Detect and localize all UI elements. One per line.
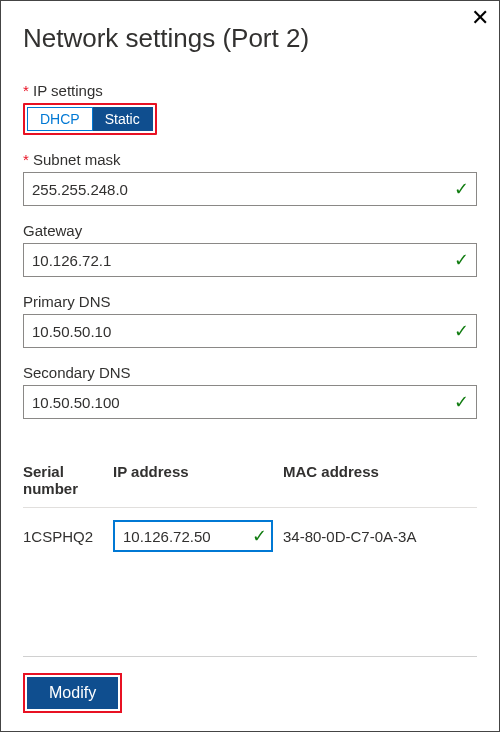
ip-settings-label: IP settings: [23, 82, 477, 99]
static-button[interactable]: Static: [93, 107, 153, 131]
ip-address-input[interactable]: [113, 520, 273, 552]
primary-dns-label: Primary DNS: [23, 293, 477, 310]
subnet-mask-input[interactable]: [23, 172, 477, 206]
col-header-ip: IP address: [113, 463, 283, 497]
secondary-dns-field: Secondary DNS ✓: [23, 364, 477, 419]
col-header-mac: MAC address: [283, 463, 477, 497]
ip-settings-toggle: DHCP Static: [23, 103, 157, 135]
cell-serial: 1CSPHQ2: [23, 528, 113, 545]
page-title: Network settings (Port 2): [23, 23, 477, 54]
gateway-input[interactable]: [23, 243, 477, 277]
gateway-field: Gateway ✓: [23, 222, 477, 277]
ip-settings-field: IP settings DHCP Static: [23, 82, 477, 135]
subnet-mask-field: Subnet mask ✓: [23, 151, 477, 206]
table-row: 1CSPHQ2 ✓ 34-80-0D-C7-0A-3A: [23, 508, 477, 552]
cell-mac: 34-80-0D-C7-0A-3A: [283, 528, 477, 545]
primary-dns-field: Primary DNS ✓: [23, 293, 477, 348]
network-settings-panel: ✕ Network settings (Port 2) IP settings …: [0, 0, 500, 732]
primary-dns-input[interactable]: [23, 314, 477, 348]
interfaces-table: Serial number IP address MAC address 1CS…: [23, 463, 477, 552]
secondary-dns-label: Secondary DNS: [23, 364, 477, 381]
table-header-row: Serial number IP address MAC address: [23, 463, 477, 508]
secondary-dns-input[interactable]: [23, 385, 477, 419]
dhcp-button[interactable]: DHCP: [27, 107, 93, 131]
col-header-serial: Serial number: [23, 463, 113, 497]
panel-footer: Modify: [23, 656, 477, 713]
close-icon[interactable]: ✕: [471, 7, 489, 29]
gateway-label: Gateway: [23, 222, 477, 239]
modify-highlight: Modify: [23, 673, 122, 713]
subnet-mask-label: Subnet mask: [23, 151, 477, 168]
modify-button[interactable]: Modify: [27, 677, 118, 709]
